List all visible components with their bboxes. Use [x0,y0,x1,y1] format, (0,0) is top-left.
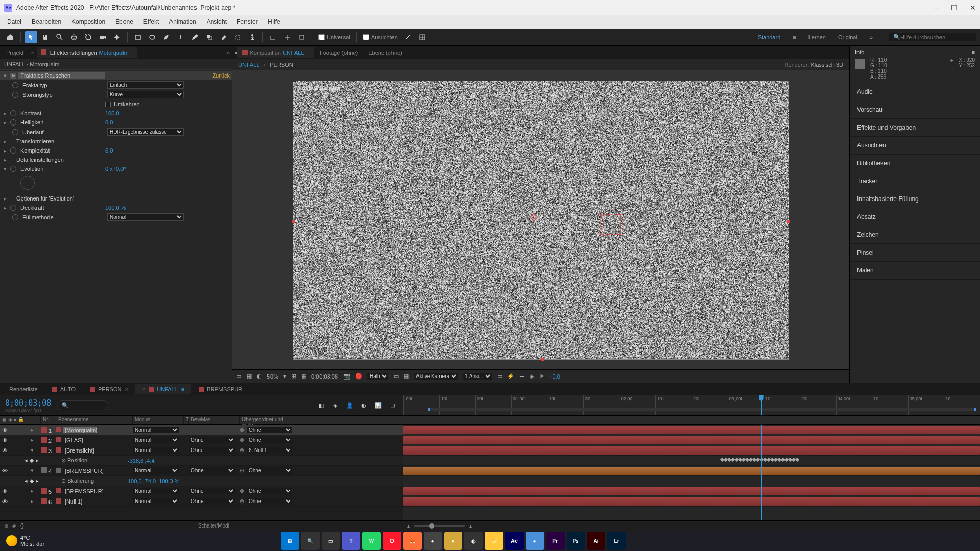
tab-effekte[interactable]: Effekteinstellungen Motorqualm ≡ [37,47,137,58]
work-area[interactable] [428,408,976,411]
mode-select[interactable]: Normal [133,437,179,443]
taskbar-app-whatsapp[interactable]: W [362,532,381,550]
ruler-tick[interactable]: 10 [872,395,908,415]
timeline-timecode[interactable]: 0;00;03;08 [5,398,51,408]
renderer-value[interactable]: Klassisch 3D [811,62,843,68]
mode-select[interactable]: Normal [133,447,179,454]
zoom-tool[interactable] [54,31,66,43]
transparency-toggle[interactable]: ▦ [247,373,252,380]
selection-marquee[interactable] [600,214,621,235]
track-row[interactable] [403,445,980,456]
col-parent[interactable]: Übergeordnet und verkn... [240,416,301,424]
taskbar-app-firefox[interactable]: 🦊 [403,532,422,550]
helligkeit-value[interactable]: 0,0 [105,119,230,126]
workspace-standard[interactable]: Standard [758,34,781,40]
camera-tool[interactable] [96,31,109,43]
menu-effekt[interactable]: Effekt [138,18,164,26]
layer-row[interactable]: 👁▾ 4 [BREMSSPUR] Normal Ohne ⊚Ohne [0,466,403,476]
transparency-grid[interactable]: ▦ [404,373,409,380]
add-keyframe[interactable]: ◆ [30,457,34,464]
layer-twirl[interactable]: ▾ [31,467,36,474]
layer-search[interactable]: 🔍 [57,400,108,410]
grid-toggle[interactable]: ▦ [301,373,306,380]
snap-grid-tool[interactable] [416,31,428,43]
transformieren-twirl[interactable]: ▸ [2,138,8,145]
composition-viewport[interactable]: Aktive Kamera ↖ [232,70,849,369]
taskbar-app-search[interactable]: 🔍 [301,532,320,550]
taskbar-app-app2[interactable]: ● [444,532,462,550]
menu-bearbeiten[interactable]: Bearbeiten [27,18,66,26]
deckkraft-value[interactable]: 100,0 % [105,205,230,211]
fast-preview[interactable]: ⚡ [507,373,514,380]
zoom-value[interactable]: 50% [267,373,278,380]
brush-tool[interactable] [189,31,201,43]
taskbar-app-explorer[interactable]: 📁 [485,532,503,550]
pickwhip-icon[interactable]: ⊚ [240,427,244,433]
panel-bibliotheken[interactable]: Bibliotheken [850,155,980,172]
pickwhip-icon[interactable]: ⊚ [240,467,244,473]
close-button[interactable]: ✕ [970,4,976,12]
ruler-tick[interactable]: 10f [764,395,800,415]
kontrast-value[interactable]: 100,0 [105,110,230,116]
ruler-tick[interactable]: 10 [944,395,980,415]
track-row[interactable] [403,496,980,507]
track-row[interactable] [403,425,980,435]
pen-tool[interactable] [160,31,173,43]
parent-select[interactable]: Ohne [247,427,292,433]
taskbar-app-app4[interactable]: ● [526,532,544,550]
ruler-tick[interactable]: 20f [800,395,836,415]
trkmat-select[interactable]: Ohne [189,447,235,454]
evolution-value[interactable]: 0 x+0,0° [105,166,230,172]
track-row[interactable] [403,486,980,496]
clone-tool[interactable] [203,31,215,43]
stopwatch-ueberlauf[interactable] [12,129,18,135]
taskbar-app-taskview[interactable]: ▭ [322,532,340,550]
mode-select[interactable]: Normal [133,488,179,494]
handle-bottom[interactable] [541,358,544,361]
parent-select[interactable]: Ohne [247,437,292,443]
ruler-tick[interactable]: 10f [655,395,692,415]
channel-toggle[interactable]: 🔴 [355,373,362,380]
views-select[interactable]: 1 Ansi... [463,373,492,380]
tab-komposition[interactable]: Komposition UNFALL ≡ [237,47,314,58]
handle-left[interactable] [292,220,295,223]
viewer-timecode[interactable]: 0;00;03;08 [311,373,338,380]
handle-right[interactable] [787,220,790,223]
next-keyframe[interactable]: ▸ [36,457,39,464]
ausrichten-checkbox[interactable]: Ausrichten [363,34,398,40]
panel-zeichen[interactable]: Zeichen [850,226,980,244]
prev-keyframe[interactable]: ◂ [24,457,28,464]
rotate-tool[interactable] [82,31,94,43]
tab-footage[interactable]: Footage (ohne) [314,47,363,58]
panel-overflow[interactable]: » [227,49,230,56]
stopwatch-komplexitaet[interactable] [10,147,16,154]
tl-tab-renderliste[interactable]: Renderliste [2,384,45,394]
parent-select[interactable]: Ohne [247,488,292,494]
menu-hilfe[interactable]: Hilfe [263,18,285,26]
pickwhip-icon[interactable]: ⊚ [240,488,244,494]
text-tool[interactable]: T [175,31,187,43]
panel-absatz[interactable]: Absatz [850,208,980,226]
puppet-tool[interactable] [246,31,258,43]
selection-tool[interactable] [25,31,37,43]
stopwatch-kontrast[interactable] [10,110,16,116]
workspace-original[interactable]: Original [838,34,857,40]
property-track[interactable] [403,476,980,486]
world-axis-tool[interactable] [281,31,293,43]
eye-toggle[interactable]: 👁 [2,468,8,474]
layer-property-row[interactable]: ◂◆▸⊙ Skalierung100,0 ,74,0 ,100,0 % [0,476,403,486]
ruler-tick[interactable]: 05;00f [908,395,944,415]
menu-ansicht[interactable]: Ansicht [202,18,232,26]
tl-tool-shy[interactable]: 👤 [345,400,355,411]
resolution-select[interactable]: Halb [368,373,388,380]
stopwatch-evolution[interactable] [10,166,16,172]
fraktaltyp-select[interactable]: Einfach [107,81,184,89]
zoom-slider[interactable] [414,525,465,527]
rect-tool[interactable] [132,31,144,43]
helligkeit-twirl[interactable]: ▸ [2,119,8,126]
zoom-dropdown[interactable]: ▾ [283,373,286,380]
layer-row[interactable]: 👁▾ 3 [Bremslicht] Normal Ohne ⊚6. Null 1 [0,445,403,456]
panel-pinsel[interactable]: Pinsel [850,244,980,262]
home-tool[interactable] [4,31,16,43]
effect-twirl[interactable]: ▾ [2,72,8,79]
